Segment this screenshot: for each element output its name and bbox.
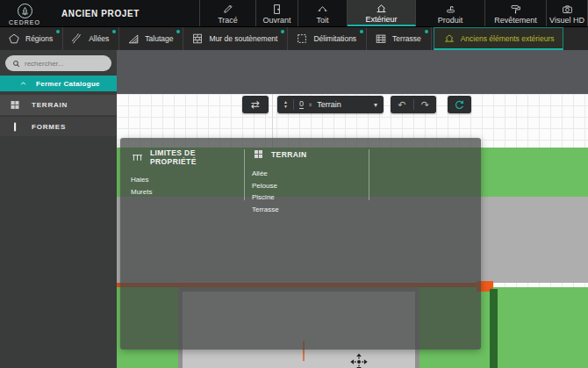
property-limit-markers-icon [131,152,144,163]
paint-roller-icon [509,4,522,15]
history-buttons: ↶ ↷ [391,96,436,113]
divider [293,99,294,110]
pencil-icon [221,4,234,15]
menu-column-terrain: TERRAIN Allée Pelouse Piscine Terrasse [252,148,364,215]
floor-level-selector[interactable]: ▲ ▼ 0 ± Terrain ▾ [277,96,384,113]
toolbar-item-mur-soutenement[interactable]: Mur de soutènement [183,27,288,50]
exterior-toolbar: Régions Allées Talutage Mur de soutèneme… [0,26,588,50]
level-stepper[interactable]: ▲ ▼ [283,100,288,109]
brand-text: CEDREO [9,19,40,25]
roof-icon [316,4,329,15]
notification-badge [56,30,60,33]
menu-column-limites: LIMITES DE PROPRIÉTÉ Haies Murets [131,148,240,198]
refresh-icon [454,99,465,111]
level-name: Terrain [317,100,341,109]
column-divider [369,149,369,200]
notification-badge [425,30,428,33]
main-tabs: Tracé Ouvrant Toit Extérieur Produit Rev… [199,0,588,26]
menu-item-piscine[interactable]: Piscine [252,191,364,204]
toolbar-item-delimitations[interactable]: Délimitations [288,27,367,50]
move-cursor-icon [349,352,369,368]
app-window: CEDREO ANCIEN PROJET Tracé Ouvrant Toit … [0,0,588,368]
door-icon [270,4,283,15]
toolbar-item-anciens-elements-exterieurs[interactable]: Anciens éléments extérieurs [434,27,564,50]
search-input[interactable] [25,60,104,68]
notification-badge [112,30,116,33]
toolbar-extension-area [117,50,588,94]
notification-badge [281,30,284,33]
tab-revetement[interactable]: Revêtement [485,0,547,26]
spinner-down-icon: ▼ [283,105,288,109]
shape-bar-icon [9,121,21,133]
divider [413,99,414,110]
column-divider [244,149,245,200]
chevron-down-icon: ▾ [374,101,377,109]
old-house-icon [443,32,455,44]
brick-wall-icon [191,32,204,45]
search-box [5,55,111,71]
redo-button[interactable]: ↷ [421,99,429,111]
project-title: ANCIEN PROJET [49,0,199,26]
tree-logo-icon [18,4,32,18]
dashed-rect-icon [296,32,308,45]
terrain-grid-icon [9,99,21,111]
tab-toit[interactable]: Toit [298,0,348,26]
tab-exterieur[interactable]: Extérieur [348,0,416,26]
search-icon [12,60,20,68]
swap-view-button[interactable]: ⇄ [242,96,269,113]
notification-badge [360,30,363,33]
level-plusminus-icon: ± [309,102,312,107]
decking-icon [375,32,387,45]
toolbar-item-regions[interactable]: Régions [0,27,63,50]
menu-item-haies[interactable]: Haies [131,174,240,186]
toolbar-item-allees[interactable]: Allées [63,27,119,50]
tab-ouvrant[interactable]: Ouvrant [256,0,298,26]
hedge-strip [490,289,498,368]
menu-item-pelouse[interactable]: Pelouse [252,180,364,192]
pentagon-icon [8,32,20,45]
toolbar-item-talutage[interactable]: Talutage [119,27,183,50]
toolbar-item-terrasse[interactable]: Terrasse [367,27,432,50]
tab-trace[interactable]: Tracé [200,0,256,26]
close-catalog-button[interactable]: Fermer Catalogue [0,76,117,91]
sidebar-item-formes[interactable]: FORMES [0,116,117,136]
menu-item-terrasse[interactable]: Terrasse [252,204,364,216]
cedreo-logo[interactable]: CEDREO [0,0,49,26]
camera-icon [561,4,574,15]
exterior-house-icon [375,3,388,14]
slope-icon [127,32,140,45]
tab-visuel-hd[interactable]: Visuel HD [547,0,588,26]
tab-produit[interactable]: Produit [416,0,485,26]
catalog-sidebar: Fermer Catalogue TERRAIN FORMES [0,50,117,368]
sync-view-button[interactable] [448,96,471,113]
undo-button[interactable]: ↶ [398,99,405,111]
menu-item-allee[interactable]: Allée [252,168,364,180]
path-icon [71,32,83,45]
sink-icon [444,4,457,15]
level-number: 0 [299,100,304,109]
sidebar-item-terrain[interactable]: TERRAIN [0,95,117,115]
terrain-grid-icon [252,148,265,160]
exterior-elements-dropdown-panel: LIMITES DE PROPRIÉTÉ Haies Murets TERRAI… [120,138,481,350]
menu-item-murets[interactable]: Murets [131,186,240,198]
chevron-up-icon [19,80,27,87]
notification-badge [176,30,180,33]
plan-canvas[interactable]: ⇄ ▲ ▼ 0 ± Terrain ▾ ↶ ↷ LIMITE [117,94,588,368]
top-menu-bar: CEDREO ANCIEN PROJET Tracé Ouvrant Toit … [0,0,588,26]
swap-arrows-icon: ⇄ [251,98,260,111]
